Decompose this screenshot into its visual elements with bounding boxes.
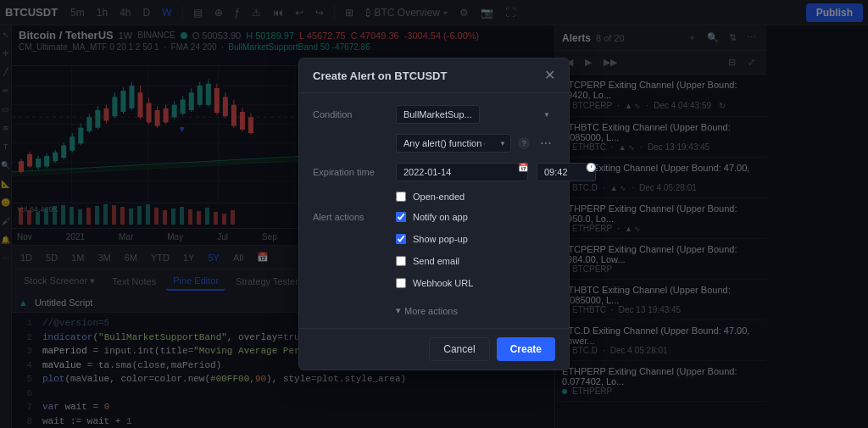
open-ended-checkbox[interactable]: [396, 192, 406, 202]
clock-icon: 🕐: [586, 163, 596, 181]
modal-body: Condition BullMarketSup... Any alert() f…: [299, 93, 569, 328]
modal-footer: Cancel Create: [299, 328, 569, 370]
function-more-btn[interactable]: ⋯: [537, 136, 555, 150]
show-popup-checkbox[interactable]: [396, 234, 406, 244]
condition-select[interactable]: BullMarketSup...: [396, 105, 480, 124]
more-actions-wrapper: ▾ More actions: [396, 305, 555, 316]
modal-close-btn[interactable]: ✕: [544, 69, 555, 82]
function-row: Any alert() function call ? ⋯: [313, 134, 555, 153]
open-ended-row: Open-ended: [396, 192, 555, 202]
action-email: Send email: [396, 256, 473, 266]
send-email-checkbox[interactable]: [396, 256, 406, 266]
open-ended-label[interactable]: Open-ended: [413, 192, 465, 202]
expiration-label: Expiration time: [313, 167, 389, 177]
action-webhook: Webhook URL: [396, 278, 473, 288]
date-time-row: 📅 🕐: [396, 163, 599, 181]
create-alert-modal: Create Alert on BTCUSDT ✕ Condition Bull…: [298, 58, 570, 370]
info-icon[interactable]: ?: [518, 137, 530, 149]
modal-overlay[interactable]: Create Alert on BTCUSDT ✕ Condition Bull…: [0, 0, 868, 428]
calendar-icon: 📅: [518, 163, 528, 181]
notify-app-checkbox[interactable]: [396, 212, 406, 222]
webhook-url-checkbox[interactable]: [396, 278, 406, 288]
condition-row: Condition BullMarketSup...: [313, 105, 555, 124]
action-popup: Show pop-up: [396, 234, 473, 244]
function-select[interactable]: Any alert() function call: [396, 134, 511, 153]
condition-label: Condition: [313, 109, 389, 120]
alert-actions-list: Notify on app Show pop-up Send email: [396, 212, 473, 295]
condition-select-wrapper: BullMarketSup...: [396, 105, 555, 124]
chevron-down-icon: ▾: [396, 305, 401, 316]
expiration-row: Expiration time 📅 🕐: [313, 163, 555, 181]
function-select-wrapper: Any alert() function call: [396, 134, 511, 153]
send-email-label[interactable]: Send email: [413, 256, 459, 266]
modal-header: Create Alert on BTCUSDT ✕: [299, 58, 569, 93]
create-button[interactable]: Create: [497, 337, 555, 361]
show-popup-label[interactable]: Show pop-up: [413, 234, 468, 244]
notify-app-label[interactable]: Notify on app: [413, 212, 468, 222]
action-notify: Notify on app: [396, 212, 473, 222]
alert-actions-label: Alert actions: [313, 212, 389, 222]
main-layout: ↖ ✛ ╱ ✏ ▭ ≋ T 🔍 📐 😊 🖌 🔔 ⋯ Bitcoin / Teth…: [0, 25, 868, 428]
more-actions-btn[interactable]: ▾ More actions: [396, 305, 555, 316]
cancel-button[interactable]: Cancel: [429, 337, 489, 361]
alert-actions-section: Alert actions Notify on app Show pop-up: [313, 212, 555, 295]
webhook-url-label[interactable]: Webhook URL: [413, 278, 473, 288]
expiration-date-input[interactable]: [396, 163, 528, 181]
modal-title: Create Alert on BTCUSDT: [313, 69, 447, 82]
